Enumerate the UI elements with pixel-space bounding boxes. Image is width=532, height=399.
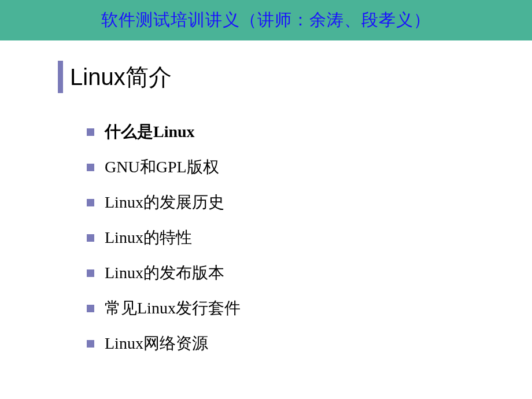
- list-item: GNU和GPL版权: [87, 156, 532, 178]
- slide-title-wrap: Linux简介: [58, 61, 532, 93]
- bullet-icon: [87, 305, 94, 312]
- title-accent-bar: [58, 61, 63, 93]
- bullet-icon: [87, 128, 94, 136]
- list-item: 常见Linux发行套件: [87, 297, 532, 319]
- bullet-text: GNU和GPL版权: [105, 156, 219, 178]
- bullet-text: Linux的发展历史: [105, 191, 224, 213]
- bullet-text: Linux的特性: [105, 227, 192, 249]
- list-item: Linux网络资源: [87, 332, 532, 354]
- bullet-icon: [87, 234, 94, 242]
- bullet-text: 常见Linux发行套件: [105, 297, 241, 319]
- slide-header-banner: 软件测试培训讲义（讲师：余涛、段孝义）: [0, 0, 532, 40]
- bullet-text: Linux网络资源: [105, 332, 208, 354]
- list-item: Linux的发展历史: [87, 191, 532, 213]
- bullet-text: Linux的发布版本: [105, 262, 224, 284]
- bullet-icon: [87, 269, 94, 277]
- slide-header-text: 软件测试培训讲义（讲师：余涛、段孝义）: [101, 9, 431, 32]
- bullet-icon: [87, 164, 94, 171]
- list-item: Linux的发布版本: [87, 262, 532, 284]
- list-item: 什么是Linux: [87, 121, 532, 143]
- slide-title: Linux简介: [70, 61, 172, 93]
- bullet-list: 什么是Linux GNU和GPL版权 Linux的发展历史 Linux的特性 L…: [87, 121, 532, 354]
- bullet-text: 什么是Linux: [105, 121, 195, 143]
- bullet-icon: [87, 199, 94, 206]
- list-item: Linux的特性: [87, 227, 532, 249]
- bullet-icon: [87, 340, 94, 348]
